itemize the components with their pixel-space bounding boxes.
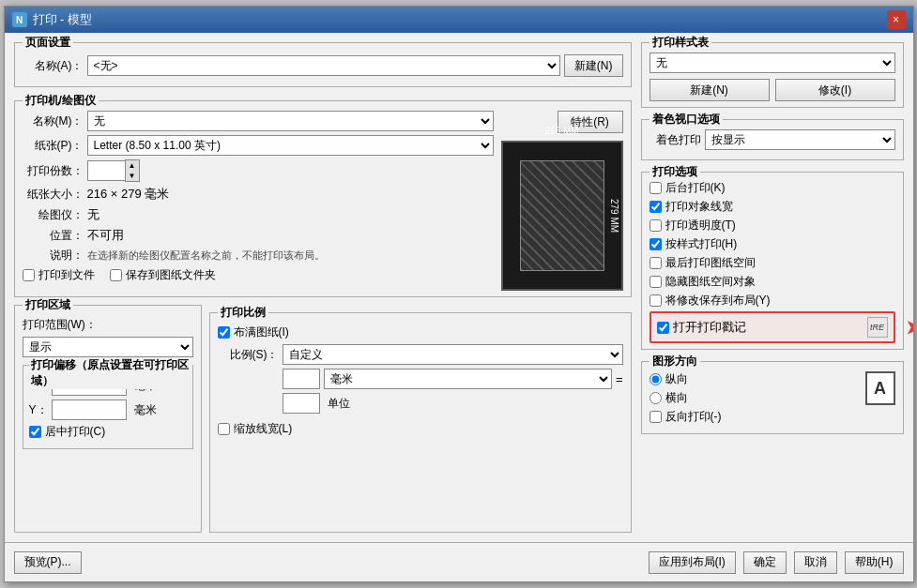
page-setup-new-button[interactable]: 新建(N)	[564, 54, 623, 77]
option8-label: 打开打印戳记	[673, 319, 746, 336]
orientation-options: 纵向 横向 反向打印(-)	[650, 371, 858, 428]
orientation-title: 图形方向	[650, 354, 700, 369]
scale-select[interactable]: 自定义	[283, 344, 623, 365]
y-input[interactable]: 60.198000	[52, 400, 127, 420]
reverse-label: 反向打印(-)	[665, 409, 722, 425]
option6-checkbox[interactable]	[650, 276, 662, 288]
paper-row: 纸张(P)： Letter (8.50 x 11.00 英寸)	[23, 135, 494, 156]
style-select-row: 无	[650, 53, 895, 73]
cancel-button[interactable]: 取消	[794, 551, 837, 574]
preview-box: 216 MM 279 MM	[501, 141, 623, 291]
landscape-radio[interactable]	[650, 392, 662, 404]
option5-checkbox[interactable]	[650, 257, 662, 269]
reverse-checkbox[interactable]	[650, 411, 662, 423]
scale-title: 打印比例	[218, 305, 268, 321]
printer-title: 打印机/绘图仪	[23, 93, 99, 109]
spinner-up[interactable]: ▲	[126, 160, 139, 171]
option6-label: 隐藏图纸空间对象	[665, 274, 756, 290]
paper-size-label: 纸张大小：	[23, 187, 84, 203]
fit-paper-label: 布满图纸(I)	[234, 324, 289, 340]
page-setup-select[interactable]: <无>	[87, 55, 560, 76]
scale-value2-input[interactable]: 4.153	[283, 393, 320, 414]
print-range-select-row: 显示	[23, 337, 193, 357]
style-select[interactable]: 无	[650, 53, 895, 73]
option3-label: 打印透明度(T)	[665, 218, 736, 234]
option6-row: 隐藏图纸空间对象	[650, 274, 895, 290]
lineweight-scale-checkbox[interactable]	[218, 423, 230, 435]
shaded-viewport-title: 着色视口选项	[650, 112, 723, 128]
bottom-left-buttons: 预览(P)...	[14, 551, 82, 574]
landscape-row: 横向	[650, 390, 858, 406]
print-area-section: 打印区域 打印范围(W)： 显示 打印偏移（原点设置在可打印区域） X：	[14, 305, 202, 533]
copies-label: 打印份数：	[23, 163, 84, 179]
close-button[interactable]: ×	[887, 10, 906, 29]
option8-checkbox[interactable]	[657, 322, 669, 334]
location-value: 不可用	[87, 227, 124, 244]
shaded-viewport-section: 着色视口选项 着色打印 按显示	[641, 119, 904, 160]
portrait-radio[interactable]	[650, 373, 662, 385]
paper-size-row: 纸张大小： 216 × 279 毫米	[23, 186, 494, 203]
help-button[interactable]: 帮助(H)	[845, 551, 904, 574]
orientation-inner: 纵向 横向 反向打印(-) A	[650, 371, 895, 428]
apply-to-layout-button[interactable]: 应用到布局(I)	[649, 551, 736, 574]
style-edit-button[interactable]: 修改(I)	[775, 79, 895, 101]
scale-label: 比例(S)：	[218, 347, 279, 363]
page-setup-section: 页面设置 名称(A)： <无> 新建(N)	[14, 42, 632, 87]
lineweight-scale-row: 缩放线宽(L)	[218, 421, 623, 437]
tre-badge[interactable]: tRE	[867, 317, 888, 338]
preview-button[interactable]: 预览(P)...	[14, 551, 82, 574]
option7-checkbox[interactable]	[650, 294, 662, 307]
option8-highlight-box: 打开打印戳记 tRE	[650, 311, 895, 343]
save-to-folder-checkbox[interactable]	[110, 269, 122, 281]
printer-right-col: 特性(R) 216 MM 279 MM	[501, 111, 623, 291]
landscape-label: 横向	[665, 390, 688, 406]
fit-paper-checkbox[interactable]	[218, 326, 230, 339]
center-print-checkbox[interactable]	[29, 426, 41, 438]
option8-highlight-area: 打开打印戳记 tRE ➤	[650, 311, 895, 343]
printer-name-label: 名称(M)：	[23, 113, 84, 129]
bottom-sections: 打印区域 打印范围(W)： 显示 打印偏移（原点设置在可打印区域） X：	[14, 305, 632, 533]
copies-spinner: 1 ▲ ▼	[87, 159, 140, 182]
option2-row: 打印对象线宽	[650, 199, 895, 215]
print-options-title: 打印选项	[650, 164, 700, 180]
spinner-buttons: ▲ ▼	[125, 159, 140, 182]
location-label: 位置：	[23, 228, 84, 244]
option1-row: 后台打印(K)	[650, 180, 895, 196]
plotter-row: 绘图仪： 无	[23, 206, 494, 223]
offset-y-row: Y： 60.198000 毫米	[29, 400, 187, 420]
printer-name-col: 名称(M)： 无 纸张(P)： Letter (8.50 x 11.00 英寸)	[23, 111, 494, 291]
bottom-right-buttons: 应用到布局(I) 确定 取消 帮助(H)	[649, 551, 904, 574]
portrait-row: 纵向	[650, 371, 858, 387]
print-range-select[interactable]: 显示	[23, 337, 193, 357]
option2-checkbox[interactable]	[650, 201, 662, 213]
copies-input[interactable]: 1	[87, 160, 125, 181]
option3-checkbox[interactable]	[650, 219, 662, 232]
page-setup-title: 页面设置	[23, 35, 73, 51]
shaded-print-row: 着色打印 按显示	[650, 129, 895, 150]
option1-checkbox[interactable]	[650, 182, 662, 194]
spinner-down[interactable]: ▼	[126, 171, 139, 181]
scale-unit1-select[interactable]: 毫米	[324, 369, 612, 389]
print-scale-section: 打印比例 布满图纸(I) 比例(S)： 自定义 1	[209, 312, 632, 533]
scale-value1-input[interactable]: 1	[283, 369, 320, 389]
option4-checkbox[interactable]	[650, 238, 662, 250]
ok-button[interactable]: 确定	[743, 551, 787, 574]
left-panel: 页面设置 名称(A)： <无> 新建(N) 打印机/绘图仪 名称(M)：	[14, 42, 632, 533]
option7-label: 将修改保存到布局(Y)	[665, 293, 771, 309]
red-arrow-indicator: ➤	[906, 316, 913, 339]
offset-title: 打印偏移（原点设置在可打印区域）	[29, 357, 192, 389]
title-bar: N 打印 - 模型 ×	[5, 7, 913, 33]
shaded-print-select[interactable]: 按显示	[705, 129, 895, 150]
style-new-button[interactable]: 新建(N)	[650, 79, 770, 101]
bottom-bar: 预览(P)... 应用到布局(I) 确定 取消 帮助(H)	[5, 542, 913, 581]
print-to-file-checkbox[interactable]	[23, 269, 35, 281]
printer-select[interactable]: 无	[87, 111, 494, 131]
paper-size-value: 216 × 279 毫米	[87, 186, 170, 203]
print-to-file-label: 打印到文件	[38, 267, 95, 283]
paper-select[interactable]: Letter (8.50 x 11.00 英寸)	[87, 135, 494, 156]
y-unit: 毫米	[134, 402, 157, 418]
save-to-folder-label: 保存到图纸文件夹	[126, 267, 216, 283]
plotter-value: 无	[87, 206, 99, 223]
preview-height-label: 279 MM	[609, 199, 619, 233]
desc-value: 在选择新的绘图仪配置名称之前，不能打印该布局。	[87, 249, 325, 263]
